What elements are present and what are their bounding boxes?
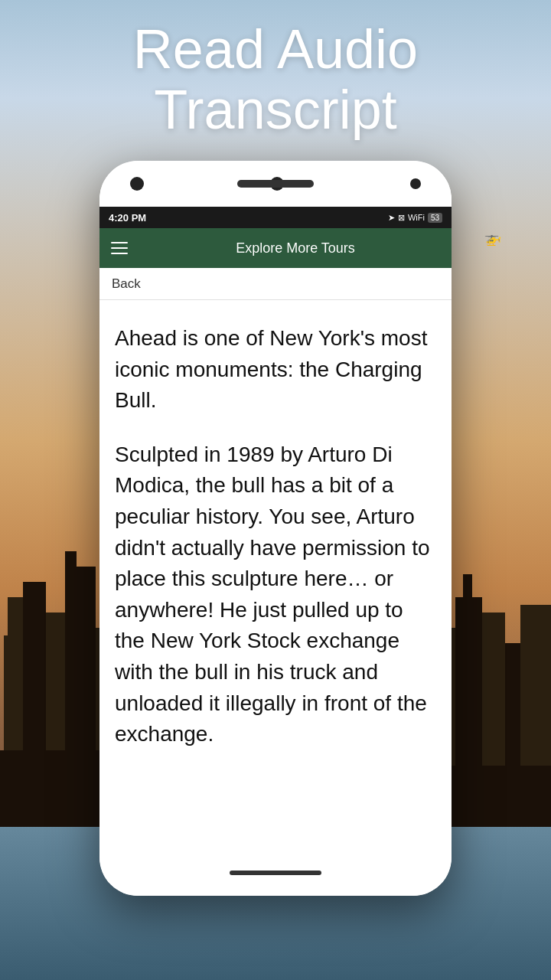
- status-bar: 4:20 PM ➤ ⊠ WiFi 53: [99, 207, 452, 228]
- hamburger-line-2: [111, 247, 128, 249]
- page-title: Read Audio Transcript: [0, 19, 551, 140]
- hamburger-button[interactable]: [99, 228, 139, 268]
- phone-frame: 4:20 PM ➤ ⊠ WiFi 53 Explore More Tours B…: [99, 161, 452, 896]
- camera-left: [130, 177, 144, 191]
- back-label: Back: [112, 276, 141, 292]
- location-icon: ➤: [388, 213, 395, 223]
- skyline-right: [436, 536, 551, 827]
- back-button[interactable]: Back: [99, 268, 452, 300]
- skyline-left: [0, 521, 115, 827]
- hamburger-line-3: [111, 253, 128, 254]
- phone-speaker: [237, 180, 314, 188]
- svg-rect-10: [463, 574, 472, 620]
- helicopter: 🚁: [484, 230, 501, 247]
- page-title-block: Read Audio Transcript: [0, 19, 551, 140]
- svg-rect-7: [0, 750, 115, 827]
- phone-top-bar: [99, 161, 452, 207]
- status-time: 4:20 PM: [109, 212, 146, 224]
- content-area: Ahead is one of New York's most iconic m…: [99, 300, 452, 850]
- sim-icon: ⊠: [398, 213, 405, 223]
- title-line2: Transcript: [154, 79, 396, 140]
- phone-bottom-bar: [99, 850, 452, 896]
- camera-right: [410, 178, 421, 189]
- content-paragraph-1: Ahead is one of New York's most iconic m…: [115, 323, 436, 416]
- status-icons: ➤ ⊠ WiFi 53: [388, 213, 442, 223]
- content-paragraph-2: Sculpted in 1989 by Arturo Di Modica, th…: [115, 439, 436, 750]
- app-header: Explore More Tours: [99, 228, 452, 268]
- svg-rect-14: [436, 766, 551, 827]
- wifi-icon: WiFi: [408, 213, 425, 222]
- phone-home-indicator[interactable]: [230, 871, 321, 875]
- hamburger-line-1: [111, 242, 128, 243]
- title-line1: Read Audio: [133, 18, 418, 80]
- svg-rect-5: [65, 551, 77, 612]
- app-header-title: Explore More Tours: [139, 240, 452, 256]
- battery-indicator: 53: [428, 213, 442, 223]
